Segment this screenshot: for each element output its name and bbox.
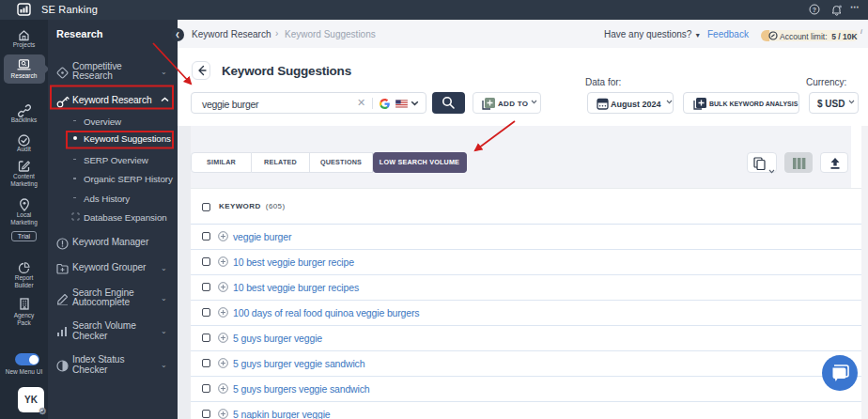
svg-text:?: ? xyxy=(813,7,816,13)
